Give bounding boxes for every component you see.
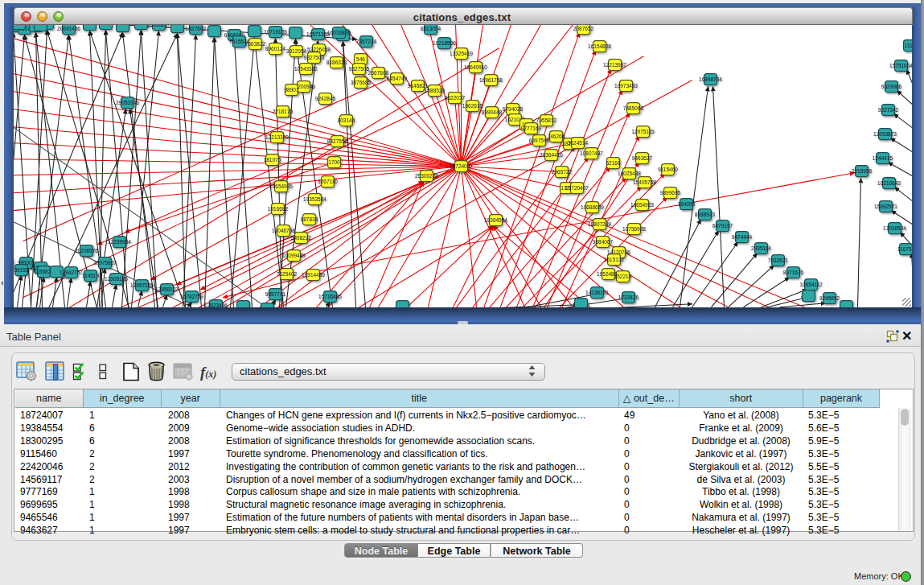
svg-text:8454749: 8454749 [386,76,407,81]
svg-text:17016504: 17016504 [883,225,906,231]
svg-text:252214: 252214 [614,274,631,279]
svg-text:12505185: 12505185 [105,276,128,282]
svg-text:9327505: 9327505 [348,66,369,72]
svg-text:10543382: 10543382 [294,66,318,72]
svg-text:16848784: 16848784 [699,76,722,82]
svg-text:803144: 803144 [337,117,355,123]
svg-text:7663822: 7663822 [244,41,265,47]
svg-text:1615132: 1615132 [603,257,624,262]
svg-text:5498222: 5498222 [290,235,311,241]
svg-text:887834: 887834 [300,216,318,222]
svg-text:16033809: 16033809 [327,30,351,35]
svg-text:98901: 98901 [284,87,298,93]
svg-text:18724007: 18724007 [450,163,473,169]
svg-text:746266: 746266 [547,134,565,139]
svg-text:18807249: 18807249 [588,221,611,227]
svg-text:25300275: 25300275 [415,173,438,179]
svg-text:19353584: 19353584 [303,196,326,202]
svg-text:7485063: 7485063 [622,105,643,111]
svg-text:6794028: 6794028 [502,106,523,112]
svg-text:10025438: 10025438 [618,171,641,176]
svg-text:8813054: 8813054 [420,26,441,31]
svg-text:1112: 1112 [904,43,911,48]
svg-text:10688609: 10688609 [581,204,604,210]
svg-text:10654112: 10654112 [799,282,823,287]
svg-text:116753: 116753 [897,246,911,252]
svg-text:9463627: 9463627 [631,155,652,161]
svg-text:8960124: 8960124 [265,46,285,51]
svg-text:6479197: 6479197 [712,223,733,229]
svg-text:18640910: 18640910 [464,64,487,70]
svg-text:1588520: 1588520 [424,88,445,93]
svg-text:1244415: 1244415 [872,155,893,161]
svg-text:546: 546 [356,56,365,62]
svg-text:20364416: 20364416 [540,152,563,158]
svg-text:15495758: 15495758 [633,179,656,185]
svg-text:114519: 114519 [81,273,99,278]
svg-text:3267110: 3267110 [318,179,338,184]
svg-text:29053346: 29053346 [116,100,139,105]
svg-text:17046798: 17046798 [272,228,295,233]
svg-text:8186323: 8186323 [326,60,347,65]
svg-text:20691406: 20691406 [57,26,80,31]
svg-text:14136141: 14136141 [585,290,609,295]
svg-text:53226058: 53226058 [307,47,331,52]
svg-text:3215958: 3215958 [851,168,872,174]
svg-text:20975867: 20975867 [93,260,117,266]
svg-text:13325419: 13325419 [450,51,473,56]
svg-text:8427552: 8427552 [326,138,347,144]
svg-text:17957255: 17957255 [130,282,154,288]
svg-text:19218506: 19218506 [433,40,456,46]
svg-text:181075: 181075 [263,157,281,163]
svg-text:8471676: 8471676 [782,270,803,275]
svg-text:2935114: 2935114 [751,245,771,251]
svg-text:19384554: 19384554 [484,217,507,223]
svg-text:3624514: 3624514 [567,140,588,146]
svg-text:7632621: 7632621 [767,257,788,263]
svg-text:3912954: 3912954 [285,48,306,54]
svg-text:8990448: 8990448 [481,109,502,115]
svg-text:16914489: 16914489 [302,272,325,278]
svg-text:3875685: 3875685 [350,80,371,85]
svg-text:9777169: 9777169 [520,126,541,131]
svg-text:9245652: 9245652 [819,295,840,301]
svg-text:2965722: 2965722 [551,169,572,175]
svg-text:15716485: 15716485 [318,294,342,299]
svg-text:1700: 1700 [328,159,340,165]
svg-text:9242845: 9242845 [314,96,335,101]
svg-text:9329966: 9329966 [881,84,901,89]
svg-text:12339934: 12339934 [108,239,131,245]
svg-text:16571355: 16571355 [306,31,330,37]
svg-text:1733426: 1733426 [618,295,639,300]
svg-text:12942757: 12942757 [60,270,83,275]
svg-text:9327503: 9327503 [303,55,324,60]
svg-text:1916682: 1916682 [267,206,288,212]
svg-text:13958107: 13958107 [155,286,179,292]
svg-text:12093873: 12093873 [873,131,897,137]
svg-text:16961758: 16961758 [479,77,503,83]
svg-text:8322037: 8322037 [444,95,465,101]
svg-text:9899695: 9899695 [659,190,680,196]
svg-text:62166: 62166 [606,160,620,166]
svg-text:8938923: 8938923 [694,212,715,217]
svg-text:7625402: 7625402 [276,271,297,277]
svg-text:9227342: 9227342 [877,107,898,113]
svg-text:19654935: 19654935 [269,183,293,189]
svg-text:20206576: 20206576 [75,248,98,253]
svg-text:16782759: 16782759 [180,294,203,299]
svg-text:15720407: 15720407 [565,185,589,191]
svg-text:9884067: 9884067 [592,239,613,245]
svg-text:15751004: 15751004 [889,63,912,68]
svg-text:39155: 39155 [14,267,28,273]
svg-text:10653287: 10653287 [147,25,170,27]
svg-text:2667608: 2667608 [368,70,388,76]
svg-text:16099449: 16099449 [282,253,306,258]
svg-text:12213303: 12213303 [265,134,289,140]
svg-text:15692971: 15692971 [874,204,897,209]
svg-text:164095: 164095 [677,201,695,207]
svg-text:1362615: 1362615 [462,103,483,109]
svg-text:7955812: 7955812 [536,117,556,123]
svg-text:9115460: 9115460 [658,167,678,172]
svg-text:2718170: 2718170 [272,109,293,114]
svg-text:10719155: 10719155 [264,29,287,35]
